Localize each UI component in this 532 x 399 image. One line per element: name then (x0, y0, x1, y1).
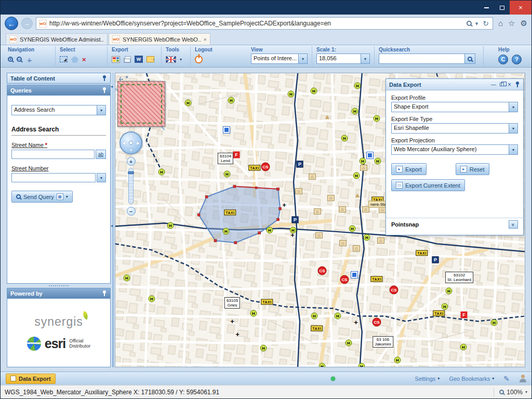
send-query-button[interactable]: Send Query ▦ ▾ (11, 191, 73, 203)
panel-resize-handle[interactable] (49, 285, 69, 286)
zoom-out-icon[interactable]: − (17, 57, 22, 62)
tab-row: wO SYNERGIS WebOffice Administ... wO SYN… (1, 32, 531, 45)
chevron-down-icon[interactable]: ▾ (298, 54, 307, 63)
geo-bookmarks-menu[interactable]: Geo Bookmarks ▾ (449, 376, 494, 382)
pin-icon[interactable] (102, 290, 107, 297)
app-toolbar: Navigation + − Select × Export W (1, 45, 531, 68)
select-rectangle-icon[interactable] (60, 56, 68, 62)
pan-left-icon[interactable]: ◀ (122, 141, 125, 145)
back-button[interactable]: ← (5, 17, 18, 30)
data-export-header[interactable]: Data Export — × (386, 79, 523, 90)
chevron-down-icon[interactable]: ▾ (509, 145, 517, 154)
data-export-task-tab[interactable]: Data Export (6, 374, 56, 384)
logout-power-icon[interactable] (195, 56, 203, 63)
street-number-input[interactable] (11, 173, 96, 182)
pin-icon[interactable] (102, 75, 107, 82)
pointsnap-label: Pointsnap (391, 221, 509, 228)
map-marker-m: ⌂ (339, 240, 347, 246)
expand-chevrons-icon[interactable]: » (509, 220, 518, 229)
tab-close-icon[interactable]: × (204, 36, 207, 43)
redlining-pencil-icon[interactable]: ✎ (503, 375, 510, 383)
query-type-select[interactable]: Address Search ▾ (11, 105, 106, 115)
pin-icon[interactable] (102, 87, 107, 94)
zoom-in-icon[interactable]: + (8, 57, 13, 62)
quicksearch-button[interactable] (464, 54, 475, 63)
scale-select[interactable]: 18,056 ▾ (316, 54, 370, 64)
view-select[interactable]: Points of Intere... ▾ (251, 54, 308, 64)
soundex-button[interactable]: ab (96, 150, 106, 159)
url-text[interactable]: http://w-ws-wintner/WebOffice/synserver?… (49, 20, 464, 27)
minimize-icon[interactable]: — (491, 82, 496, 87)
chevron-down-icon[interactable]: ▾ (509, 124, 517, 133)
tab-administration[interactable]: wO SYNERGIS WebOffice Administ... (6, 33, 108, 45)
pan-center-dot[interactable] (129, 141, 133, 145)
chevron-down-icon[interactable]: ▾ (180, 57, 182, 62)
overview-map[interactable] (117, 81, 165, 127)
move-icon[interactable] (117, 74, 123, 80)
pan-down-icon[interactable]: ▼ (129, 148, 133, 153)
pan-compass[interactable]: ▲ ▼ ◀ ▶ (119, 131, 142, 154)
collapse-arrow-icon[interactable]: ◂ (111, 84, 113, 89)
map-marker-m: ⌂ (379, 207, 386, 213)
help-button[interactable]: ? (512, 55, 522, 64)
pin-icon[interactable] (515, 82, 520, 88)
panel-header-powered-by[interactable]: Powered by (7, 288, 111, 299)
reset-button[interactable]: ▸ Reset (456, 163, 489, 175)
language-flag-icon[interactable] (166, 56, 176, 63)
address-bar[interactable]: wO http://w-ws-wintner/WebOffice/synserv… (36, 17, 493, 30)
clear-selection-icon[interactable]: × (82, 56, 86, 63)
maximize-button[interactable] (494, 3, 510, 13)
print-icon[interactable] (124, 58, 131, 63)
copyright-button[interactable]: C (498, 55, 508, 64)
tab-weboffice[interactable]: wO SYNERGIS WebOffice WebO... × (109, 33, 210, 45)
export-profile-select[interactable]: Shape Export ▾ (391, 102, 518, 112)
map-viewport[interactable]: HHHHHHHHHHHHHHHHHHHHHHHHHHHHHHHHHH⌂⌂⌂⌂⌂⌂… (115, 73, 525, 367)
data-export-icon[interactable] (147, 56, 154, 62)
user-icon[interactable] (519, 375, 526, 382)
close-button[interactable]: × (510, 1, 531, 15)
quicksearch-input[interactable] (379, 54, 475, 64)
minimize-button[interactable] (478, 3, 494, 13)
settings-menu[interactable]: Settings ▾ (415, 376, 440, 382)
refresh-icon[interactable]: ↻ (482, 19, 490, 28)
export-table-icon[interactable] (112, 56, 120, 63)
bottom-toolbar: Data Export Settings ▾ Geo Bookmarks ▾ ✎ (1, 371, 531, 385)
zoom-slider-handle[interactable] (128, 171, 134, 174)
collapse-arrow-icon[interactable]: ◂ (111, 223, 113, 228)
settings-gear-icon[interactable]: ⚙ (521, 19, 527, 28)
splitter-bar[interactable] (112, 73, 114, 367)
close-icon[interactable]: × (508, 81, 511, 88)
word-export-icon[interactable]: W (135, 56, 143, 63)
close-icon[interactable]: × (125, 74, 128, 80)
pan-right-icon[interactable]: ▶ (137, 141, 140, 145)
street-name-input[interactable] (11, 150, 95, 159)
zoom-slider[interactable] (128, 168, 134, 204)
panel-header-queries[interactable]: Queries (7, 85, 111, 96)
pan-up-icon[interactable]: ▲ (129, 133, 133, 138)
quicksearch-field[interactable] (379, 54, 464, 63)
export-filetype-select[interactable]: Esri Shapefile ▾ (391, 123, 518, 134)
group-label: View (251, 47, 308, 54)
pointsnap-section[interactable]: Pointsnap » (391, 218, 518, 231)
forward-button[interactable]: → (21, 18, 33, 29)
search-icon[interactable] (467, 21, 472, 26)
pan-icon[interactable] (25, 56, 33, 63)
chevron-down-icon[interactable]: ▾ (509, 102, 517, 112)
panel-header-table-of-content[interactable]: Table of Content (7, 73, 111, 84)
zoom-out-button[interactable]: − (127, 207, 136, 216)
export-current-extent-button[interactable]: ▭ Export Current Extent (391, 179, 465, 191)
favorites-star-icon[interactable]: ☆ (508, 19, 515, 28)
chevron-down-icon[interactable]: ▾ (97, 105, 105, 115)
export-button[interactable]: ▸ Export (391, 163, 427, 175)
chevron-down-icon[interactable]: ▾ (361, 54, 369, 63)
street-number-label: Street Number (11, 165, 106, 171)
chevron-down-icon[interactable]: ▾ (97, 173, 106, 182)
export-projection-select[interactable]: Web Mercator (Auxiliary Sphere) ▾ (391, 144, 518, 155)
select-polygon-icon[interactable] (71, 56, 78, 63)
sidebar-splitter[interactable]: ◂ ◂ (111, 73, 115, 367)
chevron-down-icon[interactable]: ▾ (474, 20, 480, 27)
zoom-in-button[interactable]: + (127, 157, 136, 166)
home-icon[interactable]: ⌂ (498, 19, 503, 28)
browser-zoom-control[interactable]: 100% ▾ (494, 388, 527, 397)
restore-icon[interactable] (500, 83, 504, 86)
